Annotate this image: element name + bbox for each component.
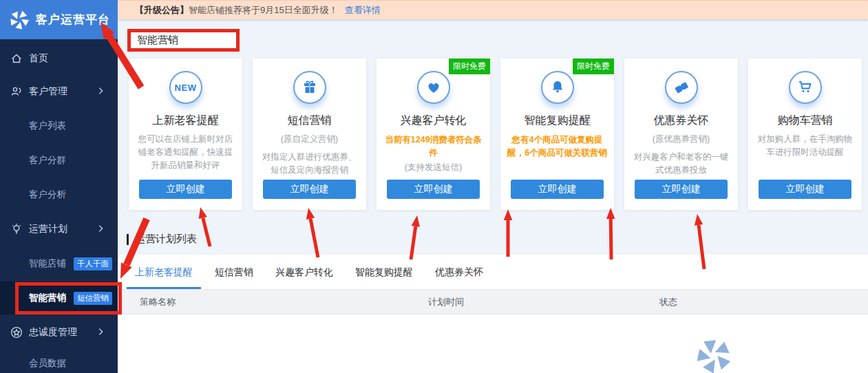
- card-subtitle: (原自定义营销): [260, 133, 359, 146]
- create-now-button[interactable]: 立即创建: [263, 180, 356, 199]
- tab-new-arrival-reminder[interactable]: 上新老客提醒: [127, 255, 201, 289]
- chevron-right-icon: [96, 327, 105, 337]
- create-now-button[interactable]: 立即创建: [387, 180, 480, 199]
- card-highlight: 当前有1249消费者符合条件: [383, 134, 483, 160]
- bulb-icon: [10, 223, 23, 235]
- new-badge-icon: NEW: [169, 71, 202, 104]
- card-highlight: 您有4个商品可做复购提醒，6个商品可做关联营销: [507, 134, 607, 160]
- card-title: 上新老客提醒: [129, 114, 242, 128]
- table-body-empty: [118, 315, 868, 373]
- card-title: 智能复购提醒: [500, 114, 614, 128]
- column-plan-time: 计划时间: [428, 290, 464, 315]
- app-window: 客户运营平台 首页 客户管理 客户列表 客户分群 客: [0, 0, 868, 373]
- create-now-button[interactable]: 立即创建: [511, 180, 604, 199]
- heart-icon: [417, 71, 450, 104]
- notice-detail-link[interactable]: 查看详情: [345, 4, 381, 17]
- brand-title: 客户运营平台: [36, 12, 110, 28]
- chevron-right-icon: [96, 86, 105, 96]
- tab-repurchase-reminder[interactable]: 智能复购提醒: [347, 255, 421, 289]
- sidebar: 客户运营平台 首页 客户管理 客户列表 客户分群 客: [0, 0, 118, 373]
- column-strategy-name: 策略名称: [140, 290, 176, 315]
- card-interest-conversion: 限时免费 兴趣客户转化 当前有1249消费者符合条件 (支持发送短信) 立即创建: [377, 58, 490, 210]
- table-header: 策略名称 计划时间 状态: [118, 290, 868, 315]
- sidebar-item-operation-plan[interactable]: 运营计划: [0, 217, 118, 242]
- notice-prefix: 【升级公告】: [135, 4, 189, 17]
- card-desc: 对指定人群进行优惠券、短信及定向海报营销: [260, 151, 359, 177]
- card-sms-marketing: 短信营销 (原自定义营销) 对指定人群进行优惠券、短信及定向海报营销 立即创建: [253, 58, 366, 210]
- card-desc: 对加购人群，在手淘购物车进行限时活动提醒: [756, 133, 854, 159]
- card-title: 短信营销: [253, 114, 366, 128]
- chevron-right-icon: [96, 224, 105, 233]
- section-title-plan-list: 运营计划列表: [127, 233, 197, 246]
- home-icon: [10, 52, 23, 65]
- card-repurchase-reminder: 限时免费 智能复购提醒 您有4个商品可做复购提醒，6个商品可做关联营销 立即创建: [500, 58, 614, 210]
- card-desc: 对兴趣客户和老客的一键式优惠券投放: [632, 151, 730, 177]
- sidebar-item-customer-segments[interactable]: 客户分群: [0, 148, 118, 173]
- sidebar-item-customer-analysis[interactable]: 客户分析: [0, 182, 118, 207]
- card-title: 购物车营销: [748, 114, 862, 128]
- card-subtitle: (支持发送短信): [384, 161, 483, 174]
- pinwheel-logo-icon: [9, 10, 30, 30]
- create-now-button[interactable]: 立即创建: [139, 180, 232, 199]
- cart-icon: [789, 71, 822, 104]
- card-coupon-care: 优惠券关怀 (原优惠券营销) 对兴趣客户和老客的一键式优惠券投放 立即创建: [624, 58, 738, 210]
- create-now-button[interactable]: 立即创建: [759, 180, 851, 199]
- page-title: 智能营销: [137, 34, 178, 47]
- limited-free-badge: 限时免费: [449, 58, 490, 74]
- sidebar-item-customer-list[interactable]: 客户列表: [0, 114, 118, 138]
- badge-sms-marketing: 短信营销: [74, 292, 112, 305]
- page-title-annotated: 智能营销: [127, 29, 240, 52]
- sidebar-item-smart-marketing[interactable]: 智能营销 短信营销: [0, 281, 118, 315]
- limited-free-badge: 限时免费: [573, 58, 614, 74]
- section-bar: [127, 234, 129, 245]
- sidebar-item-member-data[interactable]: 会员数据: [0, 351, 118, 373]
- brand-logo[interactable]: 客户运营平台: [0, 0, 118, 39]
- feature-cards: NEW 上新老客提醒 您可以在店铺上新时对店铺老客通知提醒，快速提升新品销量和好…: [129, 58, 862, 210]
- card-subtitle: (原优惠券营销): [632, 133, 730, 146]
- users-icon: [10, 85, 23, 98]
- card-desc: 您可以在店铺上新时对店铺老客通知提醒，快速提升新品销量和好评: [136, 133, 235, 172]
- tab-sms-marketing[interactable]: 短信营销: [207, 255, 262, 289]
- sidebar-item-home[interactable]: 首页: [0, 46, 118, 71]
- create-now-button[interactable]: 立即创建: [635, 180, 728, 199]
- sidebar-item-smart-shop[interactable]: 智能店铺 千人千面: [0, 251, 118, 276]
- loading-spinner-icon: [695, 337, 732, 373]
- notice-text: 智能店铺推荐将于9月15日全面升级！: [189, 4, 338, 17]
- sidebar-item-loyalty-management[interactable]: 忠诚度管理: [0, 320, 118, 345]
- card-cart-marketing: 购物车营销 对加购人群，在手淘购物车进行限时活动提醒 立即创建: [748, 58, 862, 210]
- tab-interest-conversion[interactable]: 兴趣客户转化: [267, 255, 341, 289]
- card-title: 兴趣客户转化: [377, 114, 490, 128]
- badge-thousand-faces: 千人千面: [74, 257, 112, 270]
- card-new-arrival-reminder: NEW 上新老客提醒 您可以在店铺上新时对店铺老客通知提醒，快速提升新品销量和好…: [129, 58, 242, 210]
- plan-tabs: 上新老客提醒 短信营销 兴趣客户转化 智能复购提醒 优惠券关怀: [118, 255, 868, 290]
- tab-coupon-care[interactable]: 优惠券关怀: [427, 255, 491, 289]
- card-title: 优惠券关怀: [624, 114, 738, 128]
- upgrade-notice-bar: 【升级公告】 智能店铺推荐将于9月15日全面升级！ 查看详情: [118, 0, 868, 19]
- sidebar-item-customer-management[interactable]: 客户管理: [0, 79, 118, 104]
- star-icon: [10, 326, 23, 339]
- main-content: 【升级公告】 智能店铺推荐将于9月15日全面升级！ 查看详情 智能营销 NEW …: [118, 0, 868, 373]
- gift-icon: [293, 71, 326, 104]
- ticket-icon: [665, 71, 698, 104]
- bell-icon: [541, 71, 574, 104]
- column-status: 状态: [659, 290, 677, 315]
